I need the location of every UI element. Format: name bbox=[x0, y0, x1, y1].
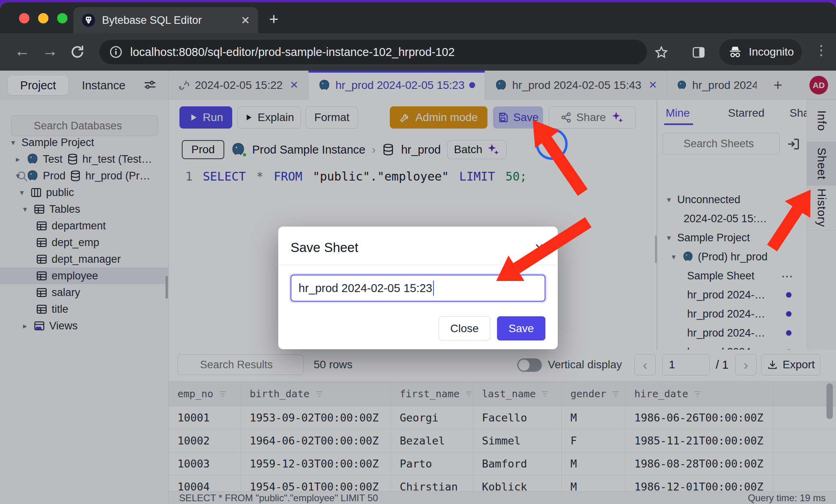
browser-titlebar: Bytebase SQL Editor ✕ + bbox=[0, 2, 836, 33]
bookmark-star-icon[interactable] bbox=[654, 45, 668, 60]
window-close-button[interactable] bbox=[19, 13, 29, 23]
browser-tab[interactable]: Bytebase SQL Editor ✕ bbox=[73, 7, 258, 33]
new-browser-tab-button[interactable]: + bbox=[269, 11, 278, 27]
reload-icon[interactable] bbox=[70, 44, 85, 60]
close-button[interactable]: Close bbox=[439, 316, 490, 340]
forward-icon[interactable]: → bbox=[42, 42, 58, 60]
bytebase-favicon bbox=[81, 13, 96, 27]
browser-toolbar: ← → localhost:8080/sql-editor/prod-sampl… bbox=[0, 33, 836, 71]
url-bar[interactable]: localhost:8080/sql-editor/prod-sample-in… bbox=[99, 40, 647, 64]
save-sheet-dialog: Save Sheet ✕ hr_prod 2024-02-05 15:23 Cl… bbox=[278, 227, 558, 349]
dialog-close-icon[interactable]: ✕ bbox=[534, 241, 544, 255]
dialog-title: Save Sheet bbox=[291, 240, 358, 255]
site-info-icon[interactable] bbox=[109, 45, 123, 59]
divider bbox=[278, 265, 558, 265]
incognito-badge: Incognito bbox=[719, 39, 802, 65]
browser-tab-title: Bytebase SQL Editor bbox=[102, 14, 235, 27]
window-minimize-button[interactable] bbox=[38, 13, 48, 23]
back-icon[interactable]: ← bbox=[14, 42, 30, 60]
side-panel-icon[interactable] bbox=[692, 45, 706, 60]
browser-window: Bytebase SQL Editor ✕ + ← → localhost:80… bbox=[0, 2, 836, 504]
url-text: localhost:8080/sql-editor/prod-sample-in… bbox=[130, 46, 455, 59]
text-cursor bbox=[433, 281, 434, 296]
window-zoom-button[interactable] bbox=[57, 13, 67, 23]
browser-menu-icon[interactable]: ⋮ bbox=[815, 42, 828, 58]
sheet-name-input[interactable]: hr_prod 2024-02-05 15:23 bbox=[291, 275, 545, 302]
incognito-icon bbox=[727, 44, 743, 60]
incognito-label: Incognito bbox=[749, 46, 794, 58]
browser-tab-close-icon[interactable]: ✕ bbox=[241, 14, 250, 27]
dialog-save-button[interactable]: Save bbox=[497, 316, 545, 340]
